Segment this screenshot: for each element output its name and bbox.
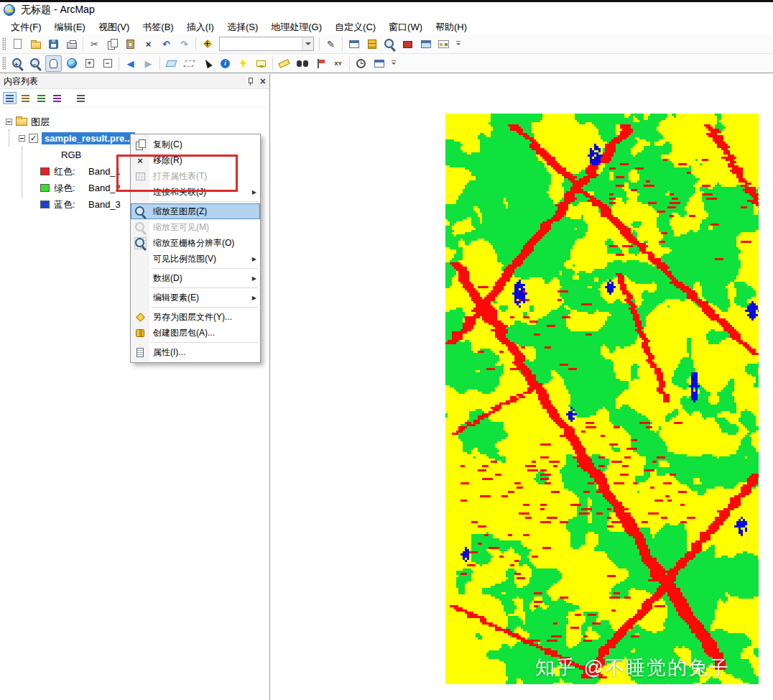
menu-item-7[interactable]: 自定义(C) [328, 19, 382, 35]
mag-layer-glyph [134, 206, 147, 218]
identify-button[interactable]: i [217, 55, 233, 72]
scale-input[interactable] [220, 38, 302, 50]
collapse-expander-icon[interactable] [6, 119, 12, 125]
forward-extent-button[interactable]: ▶ [140, 55, 157, 72]
back-extent-button[interactable]: ◀ [122, 55, 139, 72]
zoom-out-button[interactable]: − [27, 55, 44, 72]
menu-item-5[interactable]: 选择(S) [221, 19, 264, 35]
toolbar-grip[interactable] [2, 57, 6, 70]
menu-item-properties[interactable]: 属性(I)... [131, 344, 260, 360]
menu-item-6[interactable]: 地理处理(G) [264, 19, 328, 35]
arctoolbox-button[interactable] [399, 36, 416, 52]
delete-button[interactable]: × [140, 36, 157, 52]
watermark-text: 知乎 @不睡觉的兔子 [535, 655, 730, 681]
undo-arrow-icon: ↶ [160, 38, 172, 50]
menu-item-remove[interactable]: ×移除(R) [131, 152, 260, 168]
toolbar-grip[interactable] [2, 37, 6, 50]
map-scale-combo[interactable] [219, 37, 314, 51]
toc-panel-icon [349, 40, 359, 48]
print-button[interactable] [63, 36, 80, 52]
toolbar-separator [342, 37, 343, 51]
time-slider-button[interactable] [353, 55, 369, 72]
tools-toolbar: +−+−◀▶iXY [0, 54, 773, 73]
submenu-arrow-icon: ▶ [252, 295, 256, 301]
menu-item-4[interactable]: 插入(I) [180, 19, 221, 35]
identify-icon: i [221, 59, 230, 68]
undo-button[interactable]: ↶ [158, 36, 175, 52]
list-by-source-button[interactable] [19, 92, 32, 104]
toolbar-options-chevron-icon[interactable] [454, 36, 463, 52]
copy-icon [131, 139, 149, 149]
menu-item-8[interactable]: 窗口(W) [382, 19, 429, 35]
toolbar-separator [119, 57, 119, 70]
find-route-button[interactable] [312, 55, 328, 72]
save-icon [49, 40, 58, 49]
list-by-selection-button[interactable] [50, 92, 64, 104]
paste-button[interactable] [122, 36, 139, 52]
toc-options-button[interactable] [74, 92, 88, 104]
cut-button[interactable]: ✂ [86, 36, 103, 52]
mag-gray-icon [131, 221, 149, 234]
save-button[interactable] [45, 36, 62, 52]
tree-guide [9, 129, 9, 147]
menu-item-joins-and-relates[interactable]: 连接和关联(J)▶ [131, 184, 260, 200]
menu-item-edit-features[interactable]: 编辑要素(E)▶ [131, 290, 260, 305]
menu-item-1[interactable]: 编辑(E) [48, 19, 92, 35]
menu-item-visible-scale-range[interactable]: 可见比例范围(V)▶ [131, 251, 260, 267]
copy-button[interactable] [104, 36, 121, 52]
menu-item-create-layer-package[interactable]: 创建图层包(A)... [131, 325, 260, 341]
menu-item-copy[interactable]: 复制(C) [131, 137, 260, 152]
viewer-window-button[interactable] [371, 55, 387, 72]
open-folder-icon [31, 42, 41, 49]
model-builder-button[interactable] [435, 36, 452, 52]
catalog-button[interactable] [364, 36, 380, 52]
menu-item-save-as-layer-file[interactable]: 另存为图层文件(Y)... [131, 309, 260, 325]
menu-item-data[interactable]: 数据(D)▶ [131, 270, 260, 286]
add-data-button[interactable] [199, 36, 216, 52]
menu-item-9[interactable]: 帮助(H) [429, 19, 473, 35]
dropdown-arrow-icon[interactable] [302, 37, 313, 50]
html-popup-button[interactable] [253, 55, 269, 72]
clear-selection-button[interactable] [181, 55, 198, 72]
search-button[interactable] [381, 36, 398, 52]
layer-name-selected[interactable]: sample_result.pre... [42, 132, 135, 144]
menu-item-zoom-to-layer[interactable]: 缩放至图层(Z) [131, 203, 260, 219]
pan-button[interactable] [45, 55, 62, 72]
measure-button[interactable] [276, 55, 292, 72]
binoculars-icon [297, 60, 308, 68]
select-features-button[interactable] [163, 55, 180, 72]
go-to-xy-button[interactable]: XY [330, 55, 346, 72]
select-elements-button[interactable] [199, 55, 216, 72]
python-window-icon [421, 40, 431, 48]
python-button[interactable] [417, 36, 434, 52]
standard-toolbar: ✂×↶↷✎ [0, 34, 773, 54]
popup-bubble-icon [256, 60, 266, 67]
find-button[interactable] [294, 55, 310, 72]
list-by-visibility-button[interactable] [34, 92, 48, 104]
table-of-contents-button[interactable] [346, 36, 362, 52]
auto-hide-pin-icon[interactable] [246, 77, 254, 86]
menu-item-zoom-to-raster-resolution[interactable]: 缩放至栅格分辨率(O) [131, 235, 260, 251]
layer-visibility-checkbox[interactable]: ✓ [29, 134, 38, 143]
editor-toolbar-button[interactable]: ✎ [323, 36, 339, 52]
new-document-button[interactable] [9, 36, 26, 52]
redo-button[interactable]: ↷ [176, 36, 193, 52]
menu-item-2[interactable]: 视图(V) [92, 19, 136, 35]
menu-item-0[interactable]: 文件(F) [4, 19, 48, 35]
submenu-arrow-icon: ▶ [252, 189, 256, 195]
list-by-drawing-order-button[interactable] [3, 92, 17, 104]
menu-item-3[interactable]: 书签(B) [136, 19, 180, 35]
fixed-zoom-in-button[interactable]: + [81, 55, 98, 72]
hyperlink-button[interactable] [235, 55, 251, 72]
fixed-zoom-out-button[interactable]: − [99, 55, 116, 72]
toolbar-options-chevron-icon[interactable] [389, 55, 398, 71]
zoom-in-button[interactable]: + [9, 55, 26, 72]
close-icon[interactable]: × [260, 77, 266, 86]
open-button[interactable] [27, 36, 44, 52]
map-view[interactable]: 知乎 @不睡觉的兔子 [271, 74, 773, 700]
classified-raster-image[interactable] [445, 114, 759, 684]
full-extent-button[interactable] [63, 55, 80, 72]
arcmap-globe-icon [4, 4, 15, 16]
tree-item-layers-root[interactable]: 图层 [0, 114, 269, 130]
collapse-expander-icon[interactable] [19, 135, 25, 142]
